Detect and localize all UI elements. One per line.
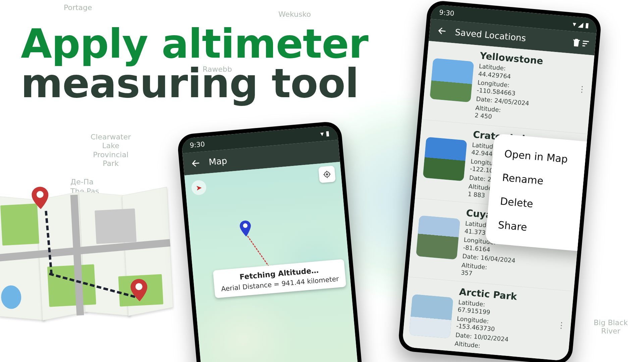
bg-label: Clearwater Lake Provincial Park xyxy=(91,133,131,168)
status-icons: ▾◢▮ xyxy=(571,20,589,29)
back-icon[interactable] xyxy=(190,157,202,170)
back-icon[interactable] xyxy=(436,25,448,37)
bg-label: Wekusko xyxy=(278,10,311,18)
headline: Apply altimeter measuring tool xyxy=(21,23,368,105)
row-menu-button[interactable]: ⋮ xyxy=(578,84,586,94)
pin-icon xyxy=(31,186,49,210)
location-row[interactable]: Arctic Park Latitude:67.915199 Longitude… xyxy=(402,277,574,361)
row-menu-button[interactable]: ⋮ xyxy=(557,320,566,330)
svg-point-3 xyxy=(326,174,328,175)
location-meta: Arctic Park Latitude:67.915199 Longitude… xyxy=(454,286,568,357)
menu-share[interactable]: Share xyxy=(486,212,598,246)
locate-me-button[interactable] xyxy=(318,166,336,183)
folded-map-illustration xyxy=(0,190,174,333)
pin-icon xyxy=(130,278,148,302)
headline-line2: measuring tool xyxy=(21,62,368,105)
bg-label: Де-Па xyxy=(70,178,94,186)
clock: 9:30 xyxy=(190,140,205,149)
location-thumbnail xyxy=(409,294,453,338)
bg-label: Portage xyxy=(64,3,92,12)
context-menu: Open in Map Rename Delete Share xyxy=(485,133,598,253)
map-view[interactable]: ➤ Fetching Altitude… Aerial Distance = 9… xyxy=(184,162,359,362)
phone-map: 9:30 ▾▮ Map ➤ Fetching Altitude… Aerial xyxy=(177,121,363,362)
headline-line1: Apply altimeter xyxy=(21,23,368,65)
screen-title: Saved Locations xyxy=(454,27,526,43)
compass-icon[interactable]: ➤ xyxy=(191,180,207,196)
clock: 9:30 xyxy=(439,8,455,17)
location-thumbnail xyxy=(423,137,467,181)
location-row[interactable]: Yellowstone Latitude:44.429764 Longitude… xyxy=(422,41,595,134)
altitude-tooltip: Fetching Altitude… Aerial Distance = 941… xyxy=(213,259,346,298)
location-meta: Yellowstone Latitude:44.429764 Longitude… xyxy=(474,50,588,128)
location-thumbnail xyxy=(416,216,460,260)
delete-all-button[interactable] xyxy=(571,37,589,49)
phone-saved-locations: 9:30 ▾◢▮ Saved Locations Yellowstone Lat… xyxy=(397,0,602,362)
status-icons: ▾▮ xyxy=(318,129,330,138)
bg-label: Big Black River xyxy=(594,318,628,335)
map-pin-icon[interactable] xyxy=(239,220,252,237)
location-thumbnail xyxy=(430,58,474,102)
screen-title: Map xyxy=(208,156,227,167)
